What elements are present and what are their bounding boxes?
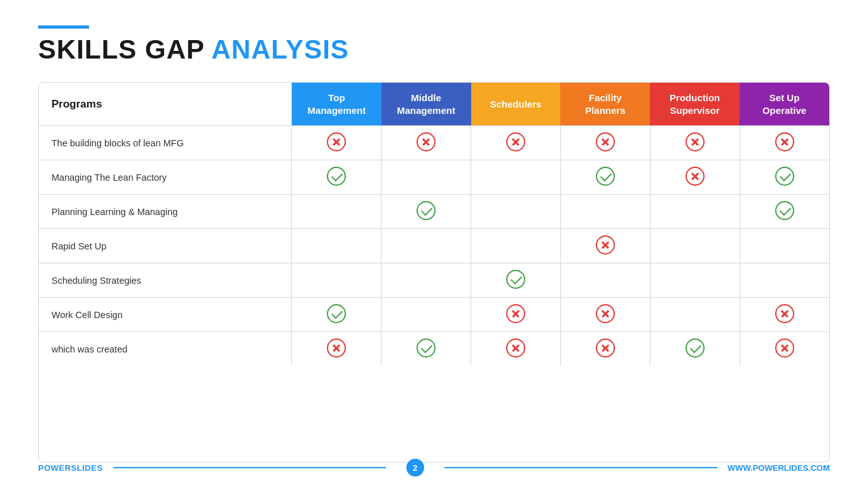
x-icon [775, 304, 794, 323]
x-icon [596, 304, 615, 323]
programs-column-header: Programs [39, 83, 292, 126]
x-icon [327, 338, 346, 358]
footer-line-right [444, 467, 717, 468]
program-name-cell: Scheduling Strategies [39, 263, 292, 298]
cell-6-1 [382, 332, 471, 366]
cell-2-2 [471, 195, 561, 229]
x-icon [596, 338, 615, 358]
x-icon [685, 132, 705, 151]
table-row: Planning Learning & Managing [39, 195, 829, 229]
footer-center: 2 [103, 459, 727, 477]
cell-1-2 [471, 160, 561, 195]
col-header-facility-planners: FacilityPlanners [560, 83, 650, 126]
cell-3-3 [560, 229, 650, 263]
cell-5-5 [740, 298, 829, 332]
cell-0-1 [382, 126, 471, 160]
cell-5-0 [292, 298, 382, 332]
cell-0-5 [740, 126, 829, 160]
col-header-top-management: TopManagement [292, 83, 382, 126]
program-name-cell: Planning Learning & Managing [39, 195, 292, 229]
check-icon [327, 167, 346, 186]
cell-1-5 [740, 160, 829, 195]
program-name-cell: The building blocks of lean MFG [39, 126, 292, 160]
check-icon [506, 270, 525, 289]
footer-brand: POWERSLIDES [38, 463, 103, 473]
cell-1-4 [650, 160, 740, 195]
cell-2-1 [382, 195, 471, 229]
check-icon [327, 304, 346, 323]
col-header-schedulers: Schedulers [471, 83, 561, 126]
cell-0-2 [471, 126, 561, 160]
cell-6-2 [471, 332, 561, 366]
x-icon [596, 132, 615, 151]
col-header-middle-management: MiddleManagement [382, 83, 471, 126]
col-header-setup-operative: Set UpOperative [740, 83, 829, 126]
title-section: SKILLS GAP ANALYSIS [38, 25, 830, 64]
cell-0-4 [650, 126, 740, 160]
x-icon [506, 338, 525, 358]
cell-0-0 [292, 126, 382, 160]
cell-4-2 [471, 263, 561, 298]
cell-4-5 [740, 263, 829, 298]
cell-2-3 [560, 195, 650, 229]
title-blue: ANALYSIS [211, 34, 349, 64]
x-icon [506, 304, 525, 323]
table-row: Work Cell Design [39, 298, 829, 332]
slide: SKILLS GAP ANALYSIS Programs TopManageme… [0, 0, 868, 488]
cell-3-4 [650, 229, 740, 263]
check-icon [417, 338, 436, 358]
table-row: The building blocks of lean MFG [39, 126, 829, 160]
cell-3-2 [471, 229, 561, 263]
x-icon [417, 132, 436, 151]
cell-6-4 [650, 332, 740, 366]
cell-4-3 [560, 263, 650, 298]
x-icon [685, 167, 705, 186]
table-row: Managing The Lean Factory [39, 160, 829, 195]
program-name-cell: Managing The Lean Factory [39, 160, 292, 195]
x-icon [775, 132, 794, 151]
x-icon [506, 132, 525, 151]
cell-1-3 [560, 160, 650, 195]
x-icon [596, 235, 615, 254]
title-bar [38, 25, 89, 29]
cell-2-4 [650, 195, 740, 229]
table-header-row: Programs TopManagement MiddleManagement … [39, 83, 829, 126]
cell-5-2 [471, 298, 561, 332]
cell-4-0 [292, 263, 382, 298]
cell-0-3 [560, 126, 650, 160]
check-icon [417, 201, 436, 220]
check-icon [685, 338, 705, 358]
table-row: Rapid Set Up [39, 229, 829, 263]
cell-5-3 [560, 298, 650, 332]
footer-brand-black: POWER [38, 463, 71, 473]
cell-6-5 [740, 332, 829, 366]
footer-line-left [113, 467, 386, 468]
cell-5-4 [650, 298, 740, 332]
cell-3-0 [292, 229, 382, 263]
cell-3-1 [382, 229, 471, 263]
program-name-cell: which was created [39, 332, 292, 366]
footer: POWERSLIDES 2 WWW.POWERLIDES.COM [38, 450, 830, 477]
table-container: Programs TopManagement MiddleManagement … [38, 82, 830, 463]
table-row: which was created [39, 332, 829, 366]
check-icon [775, 201, 794, 220]
table-row: Scheduling Strategies [39, 263, 829, 298]
cell-1-1 [382, 160, 471, 195]
cell-2-0 [292, 195, 382, 229]
x-icon [775, 338, 794, 358]
skills-gap-table: Programs TopManagement MiddleManagement … [39, 83, 829, 366]
cell-2-5 [740, 195, 829, 229]
page-title: SKILLS GAP ANALYSIS [38, 35, 830, 64]
footer-brand-blue: SLIDES [71, 463, 103, 473]
title-black: SKILLS GAP [38, 34, 211, 64]
program-name-cell: Work Cell Design [39, 298, 292, 332]
check-icon [775, 167, 794, 186]
cell-4-1 [382, 263, 471, 298]
cell-4-4 [650, 263, 740, 298]
col-header-production-supervisor: ProductionSupervisor [650, 83, 740, 126]
footer-page-number: 2 [406, 459, 424, 477]
footer-url: WWW.POWERLIDES.COM [727, 463, 830, 473]
check-icon [596, 167, 615, 186]
cell-6-3 [560, 332, 650, 366]
cell-6-0 [292, 332, 382, 366]
